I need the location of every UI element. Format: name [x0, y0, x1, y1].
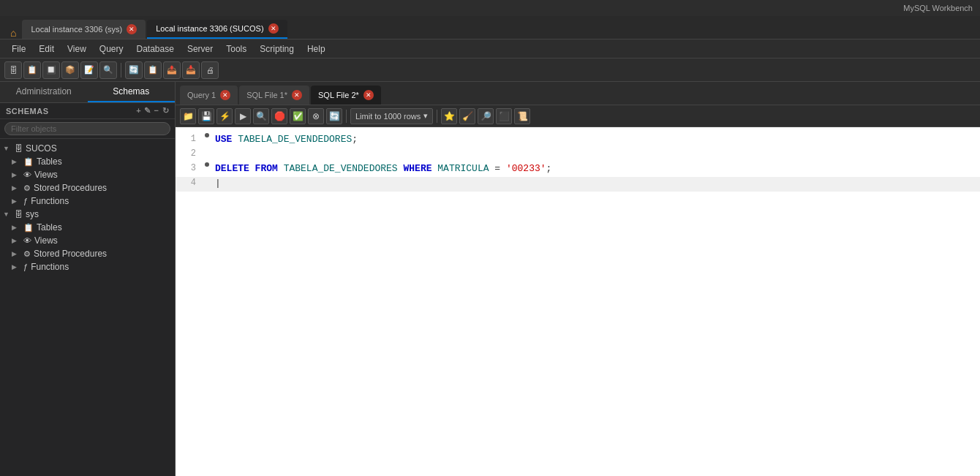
line-num-3: 3	[176, 162, 202, 173]
procs-icon-sys: ⚙	[23, 249, 31, 259]
expand-arrow-functions-sucos: ▶	[12, 197, 20, 205]
toolbar-new-routine[interactable]: 📦	[61, 61, 79, 79]
line-num-4: 4	[176, 177, 202, 188]
menu-query[interactable]: Query	[94, 42, 129, 56]
limit-rows-label: Limit to 1000 rows	[355, 112, 421, 121]
query-tab-1[interactable]: Query 1 ✕	[180, 86, 238, 105]
menu-help[interactable]: Help	[301, 42, 331, 56]
expand-arrow-views-sys: ▶	[12, 237, 20, 244]
tree-schema-sucos[interactable]: ▼ 🗄 SUCOS	[0, 142, 175, 155]
toolbar-new-table[interactable]: 📋	[23, 61, 41, 79]
toolbar-copy[interactable]: 📋	[144, 61, 162, 79]
tree-stored-procs-sys[interactable]: ▶ ⚙ Stored Procedures	[0, 247, 175, 260]
tables-icon-sucos: 📋	[23, 157, 34, 167]
menu-database[interactable]: Database	[131, 42, 180, 56]
qbtn-execute-selection[interactable]: ▶	[235, 108, 251, 124]
query-tab-1-label: Query 1	[187, 91, 216, 99]
tree-views-sys[interactable]: ▶ 👁 Views	[0, 234, 175, 247]
home-icon[interactable]: ⌂	[4, 27, 22, 39]
query-tab-3[interactable]: SQL File 2* ✕	[311, 86, 381, 105]
query-toolbar-separator	[346, 110, 347, 123]
views-icon-sys: 👁	[23, 236, 31, 245]
qbtn-save[interactable]: 💾	[198, 108, 214, 124]
tree-functions-sys[interactable]: ▶ ƒ Functions	[0, 260, 175, 273]
main-toolbar: 🗄 📋 🔲 📦 📝 🔍 🔄 📋 📤 📥 🖨	[0, 58, 980, 82]
qbtn-toggle-auto[interactable]: 🔄	[326, 108, 342, 124]
code-editor[interactable]: 1 USE TABELA_DE_VENDEDORES; 2 3 DELETE F…	[176, 127, 980, 476]
qbtn-rollback[interactable]: ⊗	[308, 108, 324, 124]
tree-tables-sys[interactable]: ▶ 📋 Tables	[0, 221, 175, 234]
query-tab-2[interactable]: SQL File 1* ✕	[239, 86, 309, 105]
tree-label-tables-sucos: Tables	[37, 156, 172, 167]
query-tab-1-close[interactable]: ✕	[220, 90, 230, 100]
line-code-3: DELETE FROM TABELA_DE_VENDEDORES WHERE M…	[212, 162, 980, 175]
qbtn-commit[interactable]: ✅	[290, 108, 306, 124]
schema-edit-icon[interactable]: ✎	[144, 106, 151, 116]
schema-remove-icon[interactable]: −	[154, 106, 159, 116]
main-layout: Administration Schemas SCHEMAS + ✎ − ↻ ▼…	[0, 82, 980, 476]
qbtn-history[interactable]: 📜	[514, 108, 530, 124]
query-toolbar-separator-2	[437, 110, 437, 123]
toolbar-refresh[interactable]: 🔄	[125, 61, 143, 79]
limit-rows-select[interactable]: Limit to 1000 rows ▾	[350, 108, 433, 124]
line-code-1: USE TABELA_DE_VENDEDORES;	[212, 133, 980, 146]
query-tab-3-close[interactable]: ✕	[363, 90, 374, 100]
instance-tab-close-active[interactable]: ✕	[268, 23, 279, 34]
qbtn-search[interactable]: 🔎	[478, 108, 494, 124]
toolbar-new-query[interactable]: 📝	[80, 61, 98, 79]
schema-refresh-icon[interactable]: ↻	[162, 106, 170, 116]
query-toolbar: 📁 💾 ⚡ ▶ 🔍 🛑 ✅ ⊗ 🔄 Limit to 1000 rows ▾ ⭐…	[176, 105, 980, 127]
instance-tab-sys[interactable]: Local instance 3306 (sys) ✕	[22, 20, 146, 39]
tree-label-functions-sucos: Functions	[31, 196, 172, 206]
menu-tools[interactable]: Tools	[220, 42, 252, 56]
qbtn-execute-all[interactable]: ⚡	[216, 108, 233, 124]
qbtn-explain[interactable]: 🔍	[253, 108, 269, 124]
titlebar: MySQL Workbench	[0, 0, 980, 16]
tree-views-sucos[interactable]: ▶ 👁 Views	[0, 168, 175, 181]
tree-functions-sucos[interactable]: ▶ ƒ Functions	[0, 194, 175, 208]
expand-arrow-sucos: ▼	[3, 145, 12, 152]
query-tab-2-label: SQL File 1*	[246, 91, 287, 99]
schema-add-icon[interactable]: +	[136, 106, 141, 116]
code-line-1: 1 USE TABELA_DE_VENDEDORES;	[176, 133, 980, 148]
tree-label-sys: sys	[26, 209, 172, 219]
qbtn-format[interactable]: ⬛	[496, 108, 512, 124]
toolbar-import[interactable]: 📥	[182, 61, 200, 79]
limit-dropdown-icon: ▾	[423, 111, 428, 121]
line-code-2	[212, 148, 980, 160]
schema-header-icons: + ✎ − ↻	[136, 106, 169, 116]
tree-label-procs-sys: Stored Procedures	[34, 249, 172, 259]
menu-file[interactable]: File	[6, 42, 31, 56]
instance-tab-label: Local instance 3306 (sys)	[31, 25, 122, 34]
tab-schemas[interactable]: Schemas	[88, 82, 176, 102]
toolbar-new-view[interactable]: 🔲	[42, 61, 60, 79]
qbtn-broom[interactable]: 🧹	[459, 108, 475, 124]
menu-scripting[interactable]: Scripting	[254, 42, 300, 56]
toolbar-export[interactable]: 📤	[163, 61, 181, 79]
functions-icon-sys: ƒ	[23, 262, 28, 271]
toolbar-inspector[interactable]: 🔍	[99, 61, 117, 79]
tree-tables-sucos[interactable]: ▶ 📋 Tables	[0, 155, 175, 168]
search-input[interactable]	[4, 122, 170, 135]
menu-server[interactable]: Server	[181, 42, 219, 56]
toolbar-new-schema[interactable]: 🗄	[4, 61, 22, 79]
code-line-4: 4 |	[176, 177, 980, 192]
procs-icon-sucos: ⚙	[23, 184, 31, 193]
qbtn-star[interactable]: ⭐	[441, 108, 457, 124]
qbtn-stop[interactable]: 🛑	[271, 108, 287, 124]
expand-arrow-sys: ▼	[3, 211, 12, 218]
tab-administration[interactable]: Administration	[0, 82, 88, 102]
query-tab-2-close[interactable]: ✕	[292, 90, 302, 100]
tree-stored-procs-sucos[interactable]: ▶ ⚙ Stored Procedures	[0, 181, 175, 194]
tree-schema-sys[interactable]: ▼ 🗄 sys	[0, 208, 175, 221]
instance-tab-sucos[interactable]: Local instance 3306 (SUCOS) ✕	[147, 20, 287, 39]
toolbar-print[interactable]: 🖨	[201, 61, 219, 79]
expand-arrow-functions-sys: ▶	[12, 263, 20, 271]
instance-tab-close[interactable]: ✕	[127, 24, 137, 34]
menu-edit[interactable]: Edit	[33, 42, 60, 56]
tree-label-sucos: SUCOS	[26, 143, 172, 154]
tree-label-functions-sys: Functions	[31, 262, 172, 272]
qbtn-open-folder[interactable]: 📁	[180, 108, 196, 124]
line-num-2: 2	[176, 148, 202, 159]
menu-view[interactable]: View	[61, 42, 92, 56]
